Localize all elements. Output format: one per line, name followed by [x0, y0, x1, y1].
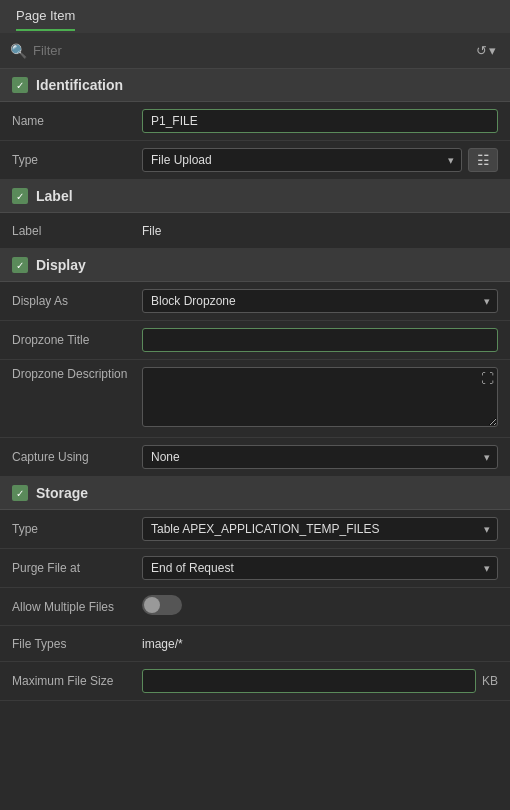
file-types-label: File Types: [12, 637, 142, 651]
max-file-size-control: KB: [142, 669, 498, 693]
name-row: Name: [0, 102, 510, 141]
label-text: File: [142, 224, 161, 238]
display-as-control: Block Dropzone Inline Classic: [142, 289, 498, 313]
type-select[interactable]: File Upload Text Field Select List: [142, 148, 462, 172]
capture-using-select[interactable]: None Camera Microphone: [142, 445, 498, 469]
label-value: File: [142, 223, 498, 238]
storage-type-select[interactable]: Table APEX_APPLICATION_TEMP_FILES BLOB C…: [142, 517, 498, 541]
label-check-icon: ✓: [12, 188, 28, 204]
label-form: Label File: [0, 213, 510, 249]
type-label: Type: [12, 153, 142, 167]
identification-section-title: Identification: [36, 77, 123, 93]
search-input[interactable]: [33, 43, 466, 58]
page-item-tab-bar: Page Item: [0, 0, 510, 33]
max-file-size-label: Maximum File Size: [12, 674, 142, 688]
display-as-row: Display As Block Dropzone Inline Classic: [0, 282, 510, 321]
max-file-size-unit: KB: [482, 674, 498, 688]
display-as-select-wrap: Block Dropzone Inline Classic: [142, 289, 498, 313]
display-section-header: ✓ Display: [0, 249, 510, 282]
max-file-size-input[interactable]: [142, 669, 476, 693]
type-select-wrap: File Upload Text Field Select List: [142, 148, 462, 172]
capture-using-row: Capture Using None Camera Microphone: [0, 438, 510, 477]
display-as-label: Display As: [12, 294, 142, 308]
type-control: File Upload Text Field Select List ☷: [142, 148, 498, 172]
capture-using-label: Capture Using: [12, 450, 142, 464]
identification-form: Name Type File Upload Text Field Select …: [0, 102, 510, 180]
dropzone-title-row: Dropzone Title: [0, 321, 510, 360]
dropzone-title-control: [142, 328, 498, 352]
max-file-size-row: Maximum File Size KB: [0, 662, 510, 701]
allow-multiple-row: Allow Multiple Files: [0, 588, 510, 626]
toggle-knob: [144, 597, 160, 613]
dropzone-desc-row: Dropzone Description ⛶: [0, 360, 510, 438]
purge-row: Purge File at End of Request End of Sess…: [0, 549, 510, 588]
allow-multiple-label: Allow Multiple Files: [12, 600, 142, 614]
storage-type-control: Table APEX_APPLICATION_TEMP_FILES BLOB C…: [142, 517, 498, 541]
storage-section-title: Storage: [36, 485, 88, 501]
purge-label: Purge File at: [12, 561, 142, 575]
file-types-row: File Types image/*: [0, 626, 510, 662]
dropzone-title-input[interactable]: [142, 328, 498, 352]
purge-control: End of Request End of Session Never: [142, 556, 498, 580]
name-control: [142, 109, 498, 133]
storage-check-icon: ✓: [12, 485, 28, 501]
storage-form: Type Table APEX_APPLICATION_TEMP_FILES B…: [0, 510, 510, 701]
identification-check-icon: ✓: [12, 77, 28, 93]
dropzone-desc-wrap: ⛶: [142, 367, 498, 430]
name-input[interactable]: [142, 109, 498, 133]
allow-multiple-toggle[interactable]: [142, 595, 182, 615]
label-section-header: ✓ Label: [0, 180, 510, 213]
type-row: Type File Upload Text Field Select List …: [0, 141, 510, 180]
display-check-icon: ✓: [12, 257, 28, 273]
purge-select[interactable]: End of Request End of Session Never: [142, 556, 498, 580]
dropzone-desc-control: ⛶: [142, 367, 498, 430]
storage-type-label: Type: [12, 522, 142, 536]
capture-using-control: None Camera Microphone: [142, 445, 498, 469]
allow-multiple-control: [142, 595, 498, 618]
tab-page-item[interactable]: Page Item: [16, 8, 75, 31]
chevron-down-icon: ▾: [489, 43, 496, 58]
dropzone-desc-label: Dropzone Description: [12, 367, 142, 381]
dropzone-title-label: Dropzone Title: [12, 333, 142, 347]
file-types-control: image/*: [142, 636, 498, 651]
label-row: Label File: [0, 213, 510, 249]
type-list-button[interactable]: ☷: [468, 148, 498, 172]
display-section-title: Display: [36, 257, 86, 273]
sort-icon: ↺: [476, 43, 487, 58]
storage-section-header: ✓ Storage: [0, 477, 510, 510]
purge-select-wrap: End of Request End of Session Never: [142, 556, 498, 580]
storage-type-select-wrap: Table APEX_APPLICATION_TEMP_FILES BLOB C…: [142, 517, 498, 541]
expand-button[interactable]: ⛶: [481, 371, 494, 386]
label-section-title: Label: [36, 188, 73, 204]
identification-section-header: ✓ Identification: [0, 69, 510, 102]
label-field-label: Label: [12, 224, 142, 238]
search-icon: 🔍: [10, 43, 27, 59]
storage-type-row: Type Table APEX_APPLICATION_TEMP_FILES B…: [0, 510, 510, 549]
filter-search-bar: 🔍 ↺ ▾: [0, 33, 510, 69]
display-form: Display As Block Dropzone Inline Classic…: [0, 282, 510, 477]
dropzone-desc-textarea[interactable]: [142, 367, 498, 427]
file-types-value: image/*: [142, 637, 183, 651]
display-as-select[interactable]: Block Dropzone Inline Classic: [142, 289, 498, 313]
capture-using-select-wrap: None Camera Microphone: [142, 445, 498, 469]
sort-button[interactable]: ↺ ▾: [472, 41, 500, 60]
name-label: Name: [12, 114, 142, 128]
